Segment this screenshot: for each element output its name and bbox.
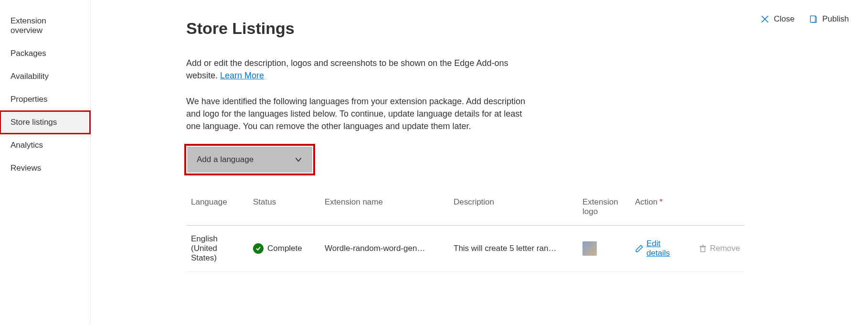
sidebar-item-availability[interactable]: Availability [0, 65, 90, 88]
cell-language: English (United States) [186, 226, 248, 272]
status-label: Complete [267, 244, 302, 253]
add-language-label: Add a language [197, 155, 254, 164]
cell-status: Complete [248, 226, 320, 272]
cell-description: This will create 5 letter ran… [449, 226, 578, 272]
extension-logo-thumb [582, 241, 597, 256]
cell-logo [578, 226, 630, 272]
sidebar-item-store-listings[interactable]: Store listings [0, 111, 90, 134]
sidebar-item-analytics[interactable]: Analytics [0, 134, 90, 157]
cell-ext-name: Wordle-random-word-gen… [320, 226, 449, 272]
sidebar-label: Store listings [11, 118, 57, 127]
publish-button[interactable]: Publish [809, 14, 849, 24]
check-circle-icon [253, 243, 264, 254]
remove-label: Remove [710, 244, 740, 253]
close-label: Close [774, 14, 794, 24]
edit-label: Edit details [646, 239, 686, 258]
table-header-row: Language Status Extension name Descripti… [186, 191, 745, 226]
learn-more-link[interactable]: Learn More [220, 71, 264, 80]
th-desc: Description [449, 191, 578, 226]
close-button[interactable]: Close [761, 14, 794, 24]
sidebar-label: Properties [11, 95, 47, 104]
languages-table: Language Status Extension name Descripti… [186, 191, 745, 272]
add-language-wrapper: Add a language [186, 146, 313, 173]
trash-icon [699, 244, 707, 253]
svg-rect-2 [811, 16, 815, 22]
sidebar: Extension overview Packages Availability… [0, 0, 91, 325]
sidebar-item-overview[interactable]: Extension overview [0, 10, 90, 42]
th-action: Action* [630, 191, 745, 226]
header-actions: Close Publish [761, 14, 849, 24]
th-logo: Extension logo [578, 191, 630, 226]
detected-text: We have identified the following languag… [186, 95, 530, 132]
sidebar-label: Availability [11, 72, 49, 81]
sidebar-label: Packages [11, 49, 46, 58]
table-row: English (United States) Complete Wordle-… [186, 226, 745, 272]
close-icon [761, 15, 769, 23]
intro-text: Add or edit the description, logos and s… [186, 57, 530, 82]
add-language-dropdown[interactable]: Add a language [187, 147, 312, 173]
edit-details-link[interactable]: Edit details [635, 239, 686, 258]
main-content: Close Publish Store Listings Add or edit… [91, 0, 868, 325]
pencil-icon [635, 244, 644, 253]
chevron-down-icon [294, 155, 303, 164]
publish-icon [809, 15, 817, 23]
sidebar-item-packages[interactable]: Packages [0, 42, 90, 65]
required-star: * [659, 197, 663, 206]
sidebar-label: Analytics [11, 141, 43, 150]
svg-rect-3 [700, 247, 705, 252]
th-action-label: Action [635, 197, 657, 206]
remove-link[interactable]: Remove [699, 244, 740, 253]
cell-action: Edit details Remove [630, 226, 745, 272]
th-language: Language [186, 191, 248, 226]
th-status: Status [248, 191, 320, 226]
sidebar-item-reviews[interactable]: Reviews [0, 157, 90, 180]
sidebar-item-properties[interactable]: Properties [0, 88, 90, 111]
publish-label: Publish [822, 14, 849, 24]
th-ext-name: Extension name [320, 191, 449, 226]
sidebar-label: Extension overview [11, 16, 46, 35]
sidebar-label: Reviews [11, 163, 41, 173]
